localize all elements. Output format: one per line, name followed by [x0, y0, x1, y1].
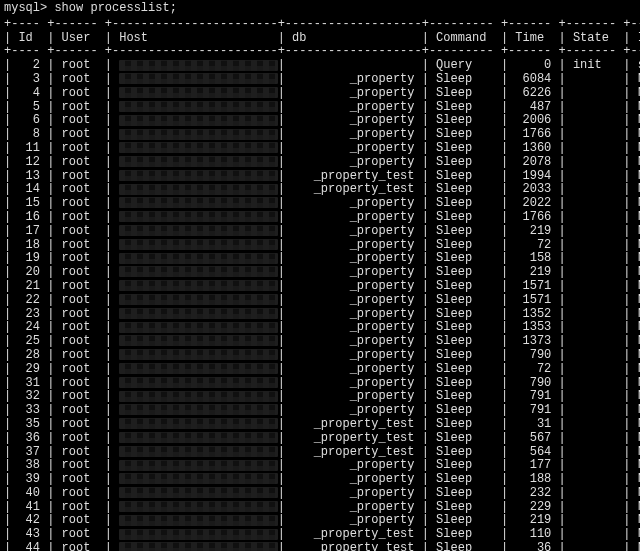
- cell-db: _property: [285, 73, 415, 87]
- cell-time: 0: [515, 59, 551, 73]
- cell-time: 6084: [515, 73, 551, 87]
- cell-id: 43: [18, 528, 40, 542]
- cell-id: 5: [18, 101, 40, 115]
- prompt-line[interactable]: mysql> show processlist;: [4, 2, 636, 16]
- cell-id: 40: [18, 487, 40, 501]
- cell-id: 31: [18, 377, 40, 391]
- cell-command: Sleep: [436, 170, 494, 184]
- table-row: | 31 | root | | _property | Sleep | 790 …: [4, 377, 640, 391]
- cell-user: root: [62, 170, 98, 184]
- cell-db: _property: [285, 363, 415, 377]
- col-state: State: [573, 32, 616, 46]
- cell-id: 11: [18, 142, 40, 156]
- cell-user: root: [62, 487, 98, 501]
- table-row: | 33 | root | | _property | Sleep | 791 …: [4, 404, 640, 418]
- table-row: | 16 | root | | _property | Sleep | 1766…: [4, 211, 640, 225]
- cell-db: [285, 59, 415, 73]
- cell-time: 1571: [515, 294, 551, 308]
- cell-time: 188: [515, 473, 551, 487]
- prompt-command: show processlist;: [54, 1, 176, 15]
- cell-state: [573, 239, 616, 253]
- cell-command: Sleep: [436, 459, 494, 473]
- cell-db: _property: [285, 487, 415, 501]
- cell-state: [573, 321, 616, 335]
- table-row: | 15 | root | | _property | Sleep | 2022…: [4, 197, 640, 211]
- cell-state: [573, 73, 616, 87]
- cell-user: root: [62, 280, 98, 294]
- cell-command: Sleep: [436, 211, 494, 225]
- cell-db: _property: [285, 377, 415, 391]
- table-row: | 12 | root | | _property | Sleep | 2078…: [4, 156, 640, 170]
- cell-user: root: [62, 294, 98, 308]
- cell-db: _property: [285, 239, 415, 253]
- cell-time: 2006: [515, 114, 551, 128]
- cell-host-redacted: [119, 129, 278, 140]
- cell-host-redacted: [119, 404, 278, 415]
- cell-time: 791: [515, 404, 551, 418]
- cell-command: Sleep: [436, 377, 494, 391]
- cell-time: 232: [515, 487, 551, 501]
- cell-command: Sleep: [436, 335, 494, 349]
- col-id: Id: [18, 32, 40, 46]
- cell-time: 2078: [515, 156, 551, 170]
- cell-command: Sleep: [436, 280, 494, 294]
- processlist-table: +---- +------ +----------------------- +…: [4, 18, 640, 551]
- cell-db: _property: [285, 197, 415, 211]
- cell-user: root: [62, 183, 98, 197]
- table-row: | 28 | root | | _property | Sleep | 790 …: [4, 349, 640, 363]
- cell-id: 38: [18, 459, 40, 473]
- cell-user: root: [62, 514, 98, 528]
- cell-time: 72: [515, 363, 551, 377]
- cell-user: root: [62, 59, 98, 73]
- cell-user: root: [62, 73, 98, 87]
- cell-command: Sleep: [436, 197, 494, 211]
- cell-id: 37: [18, 446, 40, 460]
- cell-db: _property: [285, 128, 415, 142]
- cell-host-redacted: [119, 501, 278, 512]
- cell-user: root: [62, 128, 98, 142]
- table-row: | 24 | root | | _property | Sleep | 1353…: [4, 321, 640, 335]
- table-row: | 18 | root | | _property | Sleep | 72 |…: [4, 239, 640, 253]
- cell-command: Sleep: [436, 363, 494, 377]
- cell-user: root: [62, 211, 98, 225]
- table-row: | 39 | root | | _property | Sleep | 188 …: [4, 473, 640, 487]
- table-row: | 8 | root | | _property | Sleep | 1766 …: [4, 128, 640, 142]
- cell-time: 1360: [515, 142, 551, 156]
- cell-id: 12: [18, 156, 40, 170]
- cell-db: _property: [285, 308, 415, 322]
- cell-command: Sleep: [436, 225, 494, 239]
- cell-host-redacted: [119, 115, 278, 126]
- cell-db: _property: [285, 349, 415, 363]
- cell-user: root: [62, 101, 98, 115]
- cell-state: [573, 266, 616, 280]
- cell-command: Sleep: [436, 101, 494, 115]
- cell-state: [573, 542, 616, 551]
- cell-command: Sleep: [436, 321, 494, 335]
- cell-command: Sleep: [436, 156, 494, 170]
- col-command: Command: [436, 32, 494, 46]
- table-row: | 20 | root | | _property | Sleep | 219 …: [4, 266, 640, 280]
- cell-host-redacted: [119, 142, 278, 153]
- cell-db: _property_test: [285, 432, 415, 446]
- cell-id: 42: [18, 514, 40, 528]
- table-row: | 3 | root | | _property | Sleep | 6084 …: [4, 73, 640, 87]
- cell-state: [573, 390, 616, 404]
- table-row: | 22 | root | | _property | Sleep | 1571…: [4, 294, 640, 308]
- cell-host-redacted: [119, 473, 278, 484]
- cell-id: 19: [18, 252, 40, 266]
- cell-id: 39: [18, 473, 40, 487]
- cell-command: Sleep: [436, 252, 494, 266]
- cell-host-redacted: [119, 391, 278, 402]
- cell-user: root: [62, 321, 98, 335]
- cell-command: Sleep: [436, 432, 494, 446]
- cell-time: 1353: [515, 321, 551, 335]
- table-row: | 32 | root | | _property | Sleep | 791 …: [4, 390, 640, 404]
- cell-command: Sleep: [436, 418, 494, 432]
- prompt-label: mysql>: [4, 1, 47, 15]
- cell-user: root: [62, 335, 98, 349]
- cell-host-redacted: [119, 211, 278, 222]
- cell-db: _property: [285, 211, 415, 225]
- cell-id: 18: [18, 239, 40, 253]
- cell-state: [573, 528, 616, 542]
- cell-host-redacted: [119, 184, 278, 195]
